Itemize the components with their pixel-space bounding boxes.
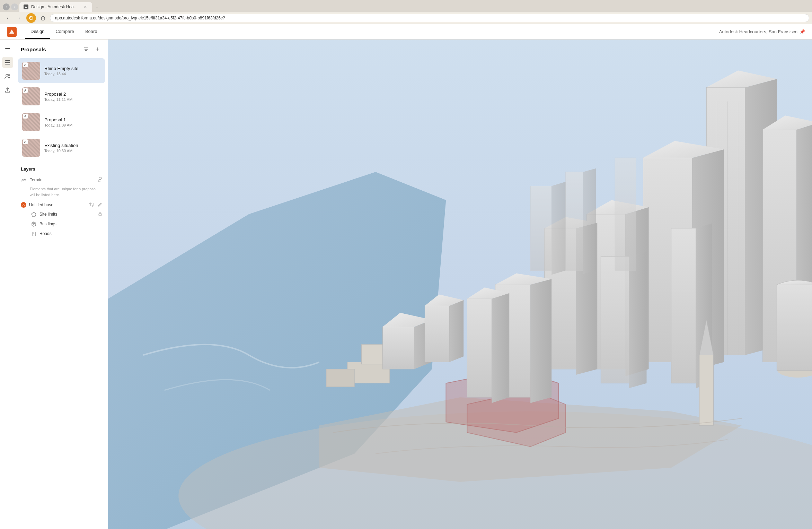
layers-section: Layers Terrain xyxy=(15,161,108,241)
roads-name: Roads xyxy=(39,231,102,236)
forward-button[interactable]: › xyxy=(15,13,24,23)
proposal-item-2[interactable]: A Proposal 2 Today, 11:11 AM xyxy=(18,84,105,109)
cube-icon xyxy=(31,222,36,227)
terrain-layer-icon xyxy=(21,177,27,183)
panel-title: Proposals xyxy=(21,46,79,52)
site-limits-name: Site limits xyxy=(39,212,95,217)
browser-tab[interactable]: A Design - Autodesk Headcourte... ✕ xyxy=(19,2,92,12)
layers-title: Layers xyxy=(21,166,102,172)
forma-logo-icon xyxy=(9,29,15,35)
base-edit-icon[interactable] xyxy=(98,202,102,208)
svg-rect-21 xyxy=(382,327,414,369)
nav-bar: ‹ › app.autodesk forma.eu/designmode/pro… xyxy=(0,12,812,24)
nav-design[interactable]: Design xyxy=(25,25,50,39)
svg-rect-24 xyxy=(425,306,449,362)
link-icon xyxy=(97,177,102,182)
hamburger-icon xyxy=(5,47,10,51)
add-proposal-button[interactable]: + xyxy=(92,44,102,54)
tab-bar: ‹ › A Design - Autodesk Headcourte... ✕ … xyxy=(0,0,812,12)
terrain-icon xyxy=(21,177,27,183)
svg-rect-57 xyxy=(566,172,583,270)
project-title-text: Autodesk Headcourters, San Fransisco xyxy=(719,29,797,34)
svg-rect-2 xyxy=(5,60,10,61)
svg-rect-53 xyxy=(671,228,696,383)
svg-rect-61 xyxy=(777,285,812,371)
nav-compare[interactable]: Compare xyxy=(50,25,79,39)
buildings-name: Buildings xyxy=(39,222,102,226)
address-bar[interactable]: app.autodesk forma.eu/designmode/pro_ivq… xyxy=(50,14,809,22)
svg-marker-52 xyxy=(629,251,647,388)
reload-button[interactable] xyxy=(26,13,36,23)
proposal-thumb-2: A xyxy=(22,87,40,105)
menu-icon-button[interactable] xyxy=(2,43,13,54)
app-logo xyxy=(7,27,17,37)
proposal-item-rhino-empty[interactable]: A Rhino Empty site Today, 13:44 xyxy=(18,58,105,83)
back-button[interactable]: ‹ xyxy=(3,13,12,23)
home-button[interactable] xyxy=(38,13,48,23)
proposal-item-existing[interactable]: A Existing situation Today, 10:30 AM xyxy=(18,135,105,160)
svg-marker-10 xyxy=(32,212,36,216)
share-icon xyxy=(5,87,11,93)
roads-layer-icon xyxy=(31,231,36,236)
edit-icon xyxy=(98,202,102,207)
proposal-item-3[interactable]: A Proposal 1 Today, 11:09 AM xyxy=(18,110,105,135)
svg-rect-62 xyxy=(699,355,714,425)
svg-point-5 xyxy=(6,74,8,76)
terrain-link-icon[interactable] xyxy=(97,177,102,183)
nav-board[interactable]: Board xyxy=(80,25,103,39)
svg-rect-51 xyxy=(601,257,629,383)
pin-icon[interactable]: 📌 xyxy=(800,29,805,34)
proposal-name-4: Existing situation xyxy=(44,143,101,148)
terrain-layer-item[interactable]: Terrain xyxy=(21,175,102,185)
svg-rect-19 xyxy=(362,345,383,364)
proposal-time-4: Today, 10:30 AM xyxy=(44,149,101,153)
app-layout: Design Compare Board Autodesk Headcourte… xyxy=(0,24,812,529)
svg-point-6 xyxy=(8,74,10,76)
proposal-thumb-1: A xyxy=(22,62,40,80)
site-limits-lock-icon xyxy=(98,212,102,217)
proposals-list: A Rhino Empty site Today, 13:44 A Propos… xyxy=(15,58,108,161)
panel-header-actions: + xyxy=(81,44,102,54)
base-label-text: Untitled base xyxy=(29,202,86,207)
people-icon-button[interactable] xyxy=(2,71,13,82)
svg-marker-46 xyxy=(530,279,551,403)
base-swap-icon[interactable] xyxy=(89,202,94,208)
proposal-info-4: Existing situation Today, 10:30 AM xyxy=(44,143,101,153)
panel-header: Proposals + xyxy=(15,40,108,58)
filter-button[interactable] xyxy=(81,44,91,54)
untitled-base-item[interactable]: A Untitled base xyxy=(21,200,102,209)
reload-icon xyxy=(29,16,34,20)
icon-rail xyxy=(0,40,15,529)
back-btn[interactable]: ‹ xyxy=(3,3,10,10)
roads-layer[interactable]: Roads xyxy=(21,229,102,239)
proposal-time-2: Today, 11:11 AM xyxy=(44,97,101,102)
site-limits-layer[interactable]: Site limits xyxy=(21,209,102,219)
new-tab-button[interactable]: + xyxy=(94,3,100,10)
browser-chrome: ‹ › A Design - Autodesk Headcourte... ✕ … xyxy=(0,0,812,24)
buildings-icon xyxy=(30,221,37,227)
roads-icon xyxy=(30,231,37,237)
lock-icon xyxy=(98,212,102,216)
proposal-info-3: Proposal 1 Today, 11:09 AM xyxy=(44,117,101,127)
tab-close-button[interactable]: ✕ xyxy=(82,4,88,10)
svg-rect-3 xyxy=(5,62,10,63)
terrain-layer-name: Terrain xyxy=(30,177,95,182)
proposal-thumb-4: A xyxy=(22,139,40,157)
svg-rect-48 xyxy=(467,299,492,397)
home-icon xyxy=(41,16,45,20)
people-icon xyxy=(5,73,11,79)
forward-btn[interactable]: › xyxy=(11,3,18,10)
viewport[interactable] xyxy=(108,40,812,529)
share-icon-button[interactable] xyxy=(2,85,13,96)
tab-favicon: A xyxy=(24,5,28,9)
svg-rect-0 xyxy=(42,18,44,20)
layers-icon-button[interactable] xyxy=(2,57,13,68)
svg-rect-59 xyxy=(615,158,636,270)
svg-rect-20 xyxy=(326,369,354,387)
svg-marker-58 xyxy=(583,168,596,274)
proposal-thumb-3: A xyxy=(22,113,40,131)
city-scene xyxy=(108,40,812,529)
svg-marker-49 xyxy=(492,293,509,403)
layer-hint: Elements that are unique for a proposal … xyxy=(21,185,102,200)
buildings-layer[interactable]: Buildings xyxy=(21,219,102,229)
